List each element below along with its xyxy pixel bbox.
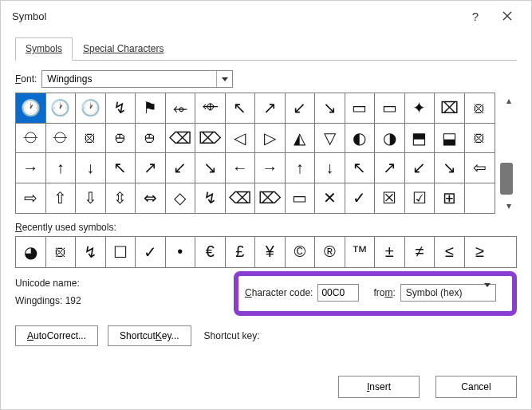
recent-symbol-cell[interactable]: ± — [375, 237, 405, 267]
scroll-thumb[interactable] — [500, 163, 513, 195]
symbol-cell[interactable]: 🕐 — [46, 93, 77, 124]
symbol-cell[interactable]: ▭ — [286, 183, 316, 214]
cancel-button[interactable]: Cancel — [435, 376, 517, 398]
symbol-cell[interactable]: ⌧ — [435, 93, 465, 124]
symbol-cell[interactable]: ⦵ — [46, 124, 77, 154]
from-select[interactable]: Symbol (hex) — [400, 284, 496, 302]
recent-symbol-cell[interactable]: © — [286, 237, 316, 267]
unicode-name-label: Unicode name: — [15, 278, 215, 289]
symbol-cell[interactable]: ⌫ — [226, 183, 256, 214]
recent-symbol-cell[interactable]: ≥ — [465, 237, 495, 267]
symbol-cell[interactable]: ↑ — [286, 153, 316, 183]
symbol-cell[interactable]: ▷ — [255, 124, 286, 154]
symbol-cell[interactable]: ⇧ — [46, 183, 77, 214]
symbol-cell[interactable]: ⇳ — [106, 183, 136, 214]
symbol-cell[interactable]: ⬲ — [195, 93, 226, 124]
symbol-cell[interactable]: ✦ — [405, 93, 435, 124]
recent-symbol-cell[interactable]: ≤ — [435, 237, 465, 267]
symbol-cell[interactable]: ⬓ — [435, 124, 465, 154]
scroll-down-icon[interactable]: ▾ — [502, 199, 515, 212]
symbol-cell[interactable]: ↓ — [76, 153, 106, 183]
close-button[interactable] — [491, 4, 523, 28]
chevron-down-icon[interactable] — [216, 71, 232, 87]
charcode-input[interactable] — [317, 284, 359, 302]
symbol-cell[interactable]: ⬰ — [166, 93, 196, 124]
recent-symbol-cell[interactable]: ≠ — [405, 237, 435, 267]
symbol-cell[interactable]: ▽ — [315, 124, 345, 154]
recent-symbol-cell[interactable]: ⦻ — [46, 237, 77, 267]
recent-symbol-cell[interactable]: ☐ — [106, 237, 136, 267]
symbol-cell[interactable]: ↘ — [195, 153, 226, 183]
symbol-cell[interactable]: ◇ — [166, 183, 196, 214]
symbol-cell[interactable]: ⊞ — [435, 183, 465, 214]
symbol-cell[interactable]: ⦺ — [136, 124, 166, 154]
recent-symbol-cell[interactable]: ↯ — [76, 237, 106, 267]
recent-symbol-cell[interactable]: • — [166, 237, 196, 267]
symbol-cell[interactable]: ↙ — [286, 93, 316, 124]
symbol-cell[interactable]: ↖ — [106, 153, 136, 183]
symbol-cell[interactable]: ↑ — [46, 153, 77, 183]
symbol-cell[interactable]: 🕐 — [76, 93, 106, 124]
symbol-cell[interactable]: ◭ — [286, 124, 316, 154]
symbol-cell[interactable]: ↗ — [375, 153, 405, 183]
symbol-cell[interactable]: → — [16, 153, 46, 183]
recent-symbol-cell[interactable]: ◕ — [16, 237, 46, 267]
recent-symbol-cell[interactable]: £ — [226, 237, 256, 267]
symbol-cell[interactable]: ⦻ — [76, 124, 106, 154]
symbol-cell[interactable]: ⦻ — [465, 93, 495, 124]
tab-special-characters[interactable]: Special Characters — [73, 37, 174, 60]
symbol-cell[interactable]: ⇦ — [465, 153, 495, 183]
symbol-cell[interactable]: ↯ — [195, 183, 226, 214]
scroll-up-icon[interactable]: ▴ — [502, 94, 515, 107]
symbol-cell[interactable]: ▭ — [345, 93, 376, 124]
font-select[interactable] — [41, 70, 233, 88]
symbol-cell[interactable] — [465, 183, 495, 214]
symbol-cell[interactable]: ⦺ — [106, 124, 136, 154]
symbol-cell[interactable]: ◐ — [345, 124, 376, 154]
symbol-cell[interactable]: → — [255, 153, 286, 183]
chevron-down-icon[interactable] — [484, 287, 491, 298]
font-label: Font: — [15, 73, 37, 85]
symbol-cell[interactable]: ◑ — [375, 124, 405, 154]
symbol-cell[interactable]: ↗ — [136, 153, 166, 183]
symbol-cell[interactable]: ⦵ — [16, 124, 46, 154]
symbol-cell[interactable]: ⇩ — [76, 183, 106, 214]
symbol-cell[interactable]: ⇨ — [16, 183, 46, 214]
symbol-cell[interactable]: ✓ — [345, 183, 376, 214]
shortcut-key-button[interactable]: Shortcut Key... — [108, 325, 191, 346]
symbol-cell[interactable]: ↙ — [405, 153, 435, 183]
symbol-cell[interactable]: ⬒ — [405, 124, 435, 154]
symbol-cell[interactable]: ↓ — [315, 153, 345, 183]
symbol-cell[interactable]: ⌦ — [255, 183, 286, 214]
symbol-cell[interactable]: ⚑ — [136, 93, 166, 124]
symbol-cell[interactable]: ☑ — [405, 183, 435, 214]
recent-symbol-cell[interactable]: ✓ — [136, 237, 166, 267]
font-input[interactable] — [42, 71, 216, 87]
insert-button[interactable]: Insert — [338, 376, 420, 398]
help-button[interactable]: ? — [459, 4, 491, 28]
symbol-cell[interactable]: ⦻ — [465, 124, 495, 154]
symbol-cell[interactable]: ◁ — [226, 124, 256, 154]
symbol-cell[interactable]: ↗ — [255, 93, 286, 124]
symbol-cell[interactable]: ▭ — [375, 93, 405, 124]
symbol-cell[interactable]: ⌦ — [195, 124, 226, 154]
symbol-cell[interactable]: ✕ — [315, 183, 345, 214]
symbol-cell[interactable]: ☒ — [375, 183, 405, 214]
recent-symbol-cell[interactable]: € — [195, 237, 226, 267]
scrollbar[interactable]: ▴ ▾ — [500, 93, 517, 214]
recent-symbol-cell[interactable]: ¥ — [255, 237, 286, 267]
recent-symbol-cell[interactable]: ™ — [345, 237, 376, 267]
symbol-cell[interactable]: ↯ — [106, 93, 136, 124]
symbol-cell[interactable]: ← — [226, 153, 256, 183]
tab-symbols[interactable]: Symbols — [15, 37, 73, 61]
symbol-cell[interactable]: ↘ — [315, 93, 345, 124]
symbol-cell[interactable]: ⇔ — [136, 183, 166, 214]
symbol-cell[interactable]: 🕐 — [16, 93, 46, 124]
symbol-cell[interactable]: ↖ — [345, 153, 376, 183]
symbol-cell[interactable]: ⌫ — [166, 124, 196, 154]
symbol-cell[interactable]: ↘ — [435, 153, 465, 183]
autocorrect-button[interactable]: AutoCorrect... — [15, 325, 98, 346]
recent-symbol-cell[interactable]: ® — [315, 237, 345, 267]
symbol-cell[interactable]: ↖ — [226, 93, 256, 124]
symbol-cell[interactable]: ↙ — [166, 153, 196, 183]
